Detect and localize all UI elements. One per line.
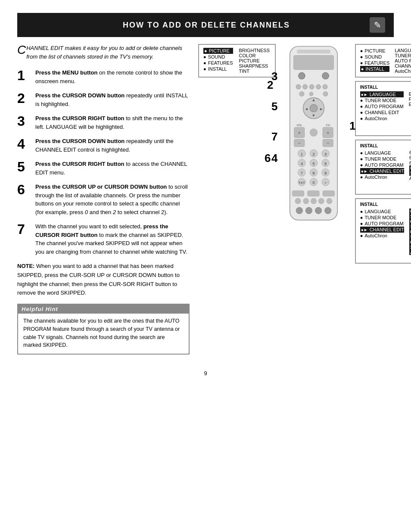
menu-item-features-1: ●FEATURES [203, 60, 233, 66]
svg-text:4: 4 [301, 162, 303, 166]
ms4-arrow-down: ▼ [360, 186, 411, 191]
overlay-num-4: 4 [271, 152, 277, 165]
svg-rect-2 [294, 56, 334, 70]
svg-text:6: 6 [324, 162, 327, 166]
svg-text:▼: ▼ [312, 113, 316, 118]
ms5-language: ●LANGUAGE [360, 208, 404, 215]
menu-item-install-1: ●INSTALL [203, 66, 233, 72]
svg-point-4 [322, 72, 329, 79]
step-1: 1 Press the MENU button on the remote co… [17, 68, 190, 85]
step-number-5: 5 [17, 160, 31, 174]
svg-point-59 [311, 198, 316, 204]
step-number-4: 4 [17, 137, 31, 151]
overlay-num-2: 2 [267, 78, 273, 92]
hint-box: Helpful Hint The channels available for … [17, 304, 190, 355]
note-body: When you want to add a channel that has … [17, 263, 180, 296]
svg-point-3 [299, 72, 305, 79]
step-text-3: Press the CURSOR RIGHT button to shift t… [35, 114, 190, 131]
right-column: ●PICTURE ●SOUND ●FEATURES ●INSTALL BRIGH… [198, 44, 411, 355]
svg-point-63 [305, 207, 312, 214]
ms5-auto: ●AUTO PROGRAM [360, 221, 404, 227]
submenu-sharpness: SHARPNESS [239, 63, 270, 68]
drop-cap: C [17, 44, 26, 56]
svg-text:3: 3 [324, 152, 327, 156]
ms5-autochron: ●AutoChron [360, 233, 404, 239]
ms4-autochron: ●AutoChron [360, 174, 404, 180]
page-title: How to Add or Delete Channels [43, 21, 370, 30]
ms4-ch68: 68 SKIPPED [409, 160, 411, 165]
ms4-ch69: 69 SKIPPED [409, 165, 411, 176]
svg-point-65 [324, 207, 331, 214]
svg-text:2: 2 [313, 152, 315, 156]
ms5-ch68: 68 SKIPPED [409, 229, 411, 240]
step-text-5: Press the CURSOR RIGHT button to access … [35, 160, 190, 177]
svg-text:TXT: TXT [299, 181, 305, 185]
svg-rect-54 [292, 190, 304, 196]
ms3-autochron: ●AutoChron [360, 115, 404, 121]
step-text-1: Press the MENU button on the remote cont… [35, 68, 190, 85]
ms4-empty [360, 180, 404, 186]
svg-rect-56 [323, 190, 335, 196]
ms2-sub-tuner: TUNER MODE [395, 53, 411, 58]
svg-text:▲: ▲ [312, 98, 316, 102]
ms3-sub-espanol: ESPAÑOL [409, 102, 411, 107]
step-number-7: 7 [17, 222, 31, 236]
svg-rect-55 [308, 190, 320, 196]
svg-text:►: ► [319, 107, 323, 111]
overlay-num-1: 1 [349, 119, 355, 133]
submenu-tint: TINT [239, 68, 270, 74]
step-5: 5 Press the CURSOR RIGHT button to acces… [17, 160, 190, 177]
step-text-4: Press the CURSOR DOWN button repeatedly … [35, 137, 190, 154]
svg-text:◄: ◄ [305, 107, 308, 111]
ms3-arrow-down: ▼ [360, 128, 411, 132]
step-text-7: With the channel you want to edit select… [35, 222, 190, 256]
ms5-arrow-down: ▼ [360, 255, 411, 260]
svg-text:CH: CH [326, 124, 330, 127]
ms4-ch67: 67 SKIPPED [409, 155, 411, 160]
left-column: CHANNEL EDIT makes it easy for you to ad… [17, 44, 190, 355]
hint-title: Helpful Hint [18, 305, 189, 314]
ms3-sub-english: ENGLISH [409, 91, 411, 96]
ms4-av1: AV1 [409, 176, 411, 181]
step-number-3: 3 [17, 114, 31, 128]
svg-point-7 [309, 84, 314, 89]
svg-point-11 [309, 92, 313, 96]
menu-screen-5: INSTALL ▲ ●LANGUAGE ●TUNER MODE ●AUTO PR… [355, 198, 411, 264]
menu-item-picture-1: ●PICTURE [203, 48, 233, 54]
overlay-num-5: 5 [271, 100, 277, 113]
page-header: How to Add or Delete Channels ✎ [17, 13, 394, 37]
svg-text:1: 1 [301, 152, 303, 156]
menu-screen-3: INSTALL ▲ ●►LANGUAGE ●TUNER MODE ●AUTO P… [355, 81, 411, 136]
ms5-title: INSTALL ▲ [360, 202, 411, 207]
step-number-1: 1 [17, 68, 31, 82]
svg-point-14 [310, 104, 318, 112]
ms2-features: ●FEATURES [360, 60, 390, 66]
ms5-ch67: 67 SKIPPED [409, 219, 411, 229]
step-2: 2 Press the CURSOR DOWN button repeatedl… [17, 91, 190, 108]
remote-control-svg: ▲ ▼ ◄ ► VOL CH + + [279, 44, 348, 225]
ms4-ch66: 66 SKIPPED [409, 150, 411, 155]
svg-point-9 [323, 84, 327, 89]
svg-text:−: − [327, 140, 329, 146]
overlay-num-6: 6 [265, 152, 271, 165]
svg-text:8: 8 [313, 171, 315, 175]
svg-point-12 [323, 92, 328, 96]
svg-text:−: − [298, 140, 301, 146]
ms5-ch69: 69 SKIPPED [409, 240, 411, 250]
ms5-empty [360, 239, 404, 245]
ms2-install: ●INSTALL [360, 66, 390, 72]
svg-point-60 [318, 198, 324, 204]
step-number-6: 6 [17, 183, 31, 196]
ms2-sub-channel: CHANNEL EDIT [395, 63, 411, 68]
svg-point-10 [299, 92, 304, 96]
ms2-sub-language: LANGUAGE [395, 48, 411, 53]
page-number: 9 [9, 370, 402, 385]
step-7: 7 With the channel you want to edit sele… [17, 222, 190, 256]
svg-text:0: 0 [313, 180, 315, 185]
menu-screen-2: ●PICTURE ●SOUND ●FEATURES ●INSTALL LANGU… [355, 44, 411, 78]
step-number-2: 2 [17, 91, 31, 105]
ms3-auto: ●AUTO PROGRAM [360, 103, 404, 109]
ms2-sub-autochron: AutoChron [395, 68, 411, 74]
svg-point-64 [315, 207, 321, 214]
ms2-sub-auto: AUTO PROGRAM [395, 58, 411, 63]
